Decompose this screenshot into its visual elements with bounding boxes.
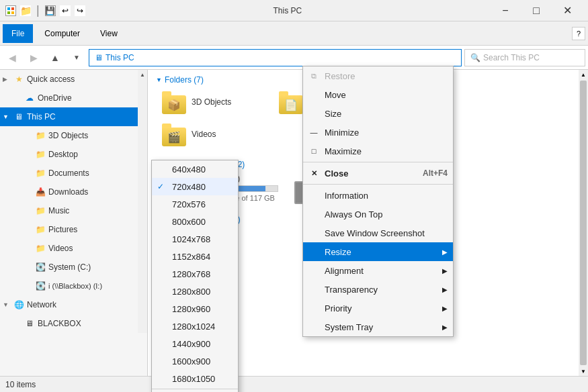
menu-separator bbox=[303, 162, 453, 162]
maximize-icon: □ bbox=[308, 147, 319, 155]
submenu-item-1280x960[interactable]: 1280x960 bbox=[152, 300, 238, 317]
submenu-arrow-transparency: ▶ bbox=[442, 286, 448, 293]
submenu-item-1440x900[interactable]: 1440x900 bbox=[152, 335, 238, 352]
submenu-label: 1680x1050 bbox=[172, 374, 215, 384]
submenu-item-800x600[interactable]: 800x600 bbox=[152, 213, 238, 230]
menu-item-close[interactable]: ✕ Close Alt+F4 bbox=[303, 164, 453, 183]
menu-item-system-tray[interactable]: System Tray ▶ bbox=[303, 317, 453, 336]
submenu-item-640x480[interactable]: 640x480 bbox=[152, 160, 238, 178]
submenu-label: 800x600 bbox=[172, 217, 206, 227]
context-menu: ⧉ Restore Move Size — Minimize □ Maximiz… bbox=[302, 66, 454, 337]
submenu-item-1152x864[interactable]: 1152x864 bbox=[152, 248, 238, 265]
submenu-arrow-priority: ▶ bbox=[442, 305, 448, 312]
submenu-arrow-resize: ▶ bbox=[442, 248, 448, 256]
menu-item-move[interactable]: Move bbox=[303, 85, 453, 104]
submenu-label: 640x480 bbox=[172, 164, 206, 175]
submenu-separator bbox=[152, 389, 238, 389]
submenu-label: 1280x800 bbox=[172, 287, 210, 297]
menu-item-information[interactable]: Information bbox=[303, 186, 453, 205]
submenu-item-1024x768[interactable]: 1024x768 bbox=[152, 230, 238, 248]
submenu-label: 1280x1024 bbox=[172, 322, 215, 332]
submenu-item-1600x900[interactable]: 1600x900 bbox=[152, 352, 238, 370]
menu-item-minimize[interactable]: — Minimize bbox=[303, 123, 453, 142]
menu-item-size[interactable]: Size bbox=[303, 104, 453, 123]
submenu-label: 1600x900 bbox=[172, 356, 210, 366]
menu-item-transparency[interactable]: Transparency ▶ bbox=[303, 280, 453, 299]
submenu-item-720x480[interactable]: ✓ 720x480 bbox=[152, 178, 238, 195]
check-icon: ✓ bbox=[157, 182, 168, 191]
menu-item-save-screenshot[interactable]: Save Window Screenshot bbox=[303, 224, 453, 242]
menu-item-restore[interactable]: ⧉ Restore bbox=[303, 66, 453, 85]
submenu-label: 1440x900 bbox=[172, 339, 210, 349]
submenu-item-1280x1024[interactable]: 1280x1024 bbox=[152, 317, 238, 335]
minimize-icon: — bbox=[308, 128, 319, 136]
submenu-label: 1280x768 bbox=[172, 269, 210, 279]
menu-overlay bbox=[0, 0, 588, 392]
resize-submenu: 640x480 ✓ 720x480 720x576 800x600 1024x7… bbox=[151, 160, 239, 392]
submenu-label: 1152x864 bbox=[172, 252, 210, 262]
menu-item-maximize[interactable]: □ Maximize bbox=[303, 142, 453, 160]
submenu-arrow-system-tray: ▶ bbox=[442, 324, 448, 331]
submenu-item-1280x800[interactable]: 1280x800 bbox=[152, 283, 238, 300]
menu-item-resize[interactable]: Resize ▶ bbox=[303, 242, 453, 261]
submenu-item-1280x768[interactable]: 1280x768 bbox=[152, 265, 238, 283]
submenu-label: 1024x768 bbox=[172, 234, 210, 244]
submenu-item-1680x1050[interactable]: 1680x1050 bbox=[152, 370, 238, 387]
restore-icon: ⧉ bbox=[308, 72, 319, 81]
menu-item-alignment[interactable]: Alignment ▶ bbox=[303, 261, 453, 280]
menu-item-always-on-top[interactable]: Always On Top bbox=[303, 205, 453, 224]
menu-separator-2 bbox=[303, 184, 453, 185]
close-shortcut: Alt+F4 bbox=[423, 168, 448, 178]
close-icon: ✕ bbox=[308, 169, 319, 178]
submenu-label: 720x480 bbox=[172, 182, 206, 192]
submenu-label: 1280x960 bbox=[172, 304, 210, 314]
submenu-arrow-alignment: ▶ bbox=[442, 267, 448, 275]
submenu-item-720x576[interactable]: 720x576 bbox=[152, 195, 238, 213]
submenu-label: 720x576 bbox=[172, 199, 206, 209]
menu-item-priority[interactable]: Priority ▶ bbox=[303, 299, 453, 317]
